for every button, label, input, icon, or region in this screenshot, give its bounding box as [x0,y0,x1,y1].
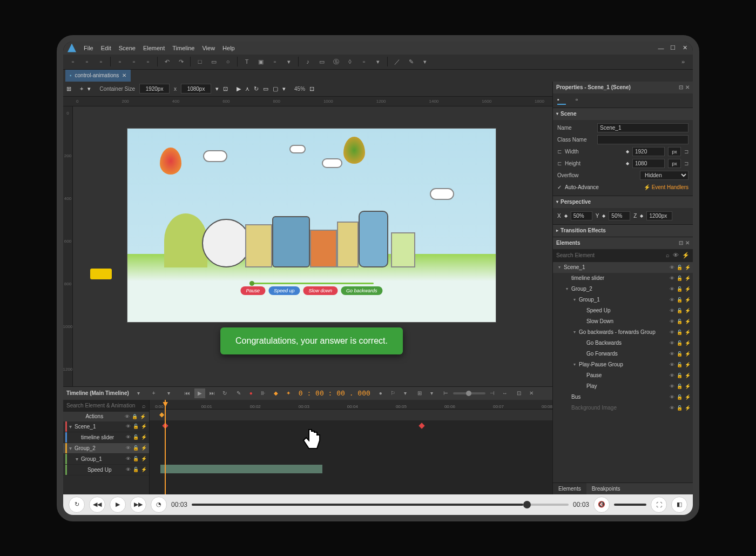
rewind-icon[interactable]: ◀◀ [89,497,105,513]
loop-icon[interactable]: ↻ [219,388,230,398]
line-icon[interactable]: ／ [390,56,403,68]
new-icon[interactable]: ▫ [66,56,79,68]
lock-icon[interactable]: 🔓 [677,276,683,281]
lightning-icon[interactable]: ⚡ [685,308,691,313]
event-handlers-button[interactable]: ⚡ Event Handlers [644,184,688,190]
chevron-down-icon[interactable]: ▾ [133,388,144,398]
eye-icon[interactable]: 👁 [126,445,131,451]
rect-icon[interactable]: □ [193,56,206,68]
search-icon[interactable]: ⌕ [142,403,146,409]
element-row[interactable]: ▾Play-Pause Group👁🔓⚡ [553,359,693,370]
element-row[interactable]: ▾Scene_1👁🔓⚡ [553,262,693,273]
menu-scene[interactable]: Scene [119,45,136,51]
menu-file[interactable]: File [84,45,93,51]
lock-icon[interactable]: 🔓 [677,394,683,400]
overflow-select[interactable]: Hidden [640,171,688,180]
lock-icon[interactable]: 🔓 [133,467,139,472]
lock-icon[interactable]: 🔓 [133,424,139,429]
lightning-icon[interactable]: ⚡ [685,362,691,367]
lock-icon[interactable]: 🔓 [677,340,683,346]
eye-icon[interactable]: 👁 [670,340,674,346]
expand-icon[interactable]: ⊡ [679,84,683,90]
lock-icon[interactable]: 🔓 [677,286,683,292]
expand-icon[interactable]: ⊡ [679,240,683,246]
lightning-icon[interactable]: ⚡ [685,384,691,389]
ellipse-icon[interactable]: ○ [221,56,234,68]
element-row[interactable]: Go Forwards👁🔓⚡ [553,349,693,359]
lightning-icon[interactable]: ⚡ [141,445,147,451]
eye-icon[interactable]: 👁 [126,467,131,472]
lock-icon[interactable]: 🔒 [132,414,138,419]
rotate-icon[interactable]: ↻ [254,85,259,92]
timeline-slider-element[interactable] [249,283,374,284]
lightning-icon[interactable]: ⚡ [685,394,691,400]
edit-icon[interactable]: ✎ [233,388,244,398]
perspective-section-header[interactable]: ▾Perspective [553,196,693,208]
snap-icon[interactable]: ⊢ [441,388,451,398]
keyframe-diamond-icon[interactable]: ◆ [626,149,629,154]
element-row[interactable]: ▾Go backwards - forwards Group👁🔓⚡ [553,327,693,338]
seek-slider[interactable] [192,504,569,506]
go-end-icon[interactable]: ⏭ [207,388,218,398]
shape-icon[interactable]: ◊ [343,56,356,68]
fit-icon[interactable]: ⊡ [223,85,228,92]
animation-bar[interactable] [160,465,322,473]
lightning-icon[interactable]: ⚡ [685,330,691,335]
eye-icon[interactable]: 👁 [670,405,674,411]
lightning-icon[interactable]: ⚡ [141,456,147,461]
tab-elements[interactable]: Elements [553,483,586,494]
lock-icon[interactable]: 🔓 [677,297,683,303]
eye-icon[interactable]: 👁 [670,297,674,303]
add-icon[interactable]: + [80,85,83,92]
save-icon[interactable]: ▫ [94,56,107,68]
lightning-icon[interactable]: ⚡ [685,340,691,346]
gobackwards-button[interactable]: Go backwards [341,286,383,295]
eye-icon[interactable]: 👁 [670,373,674,378]
general-tab-icon[interactable]: ▪ [557,96,566,105]
toc-icon[interactable]: ◧ [671,497,687,513]
container-height-input[interactable] [181,84,211,93]
scene-section-header[interactable]: ▾Scene [553,108,693,120]
lightning-icon[interactable]: ⚡ [141,467,147,472]
timeline-row[interactable]: ▾Scene_1👁🔓⚡ [63,421,149,432]
close-icon[interactable]: ✕ [685,240,690,246]
lightning-icon[interactable]: ⚡ [685,373,691,378]
lightning-icon[interactable]: ⚡ [685,286,691,292]
eye-icon[interactable]: 👁 [126,424,131,429]
eye-icon[interactable]: 👁 [670,276,674,281]
play-icon[interactable]: ▶ [194,388,205,398]
perspective-y-input[interactable] [609,211,630,220]
lightning-icon[interactable]: ⚡ [682,252,690,259]
mute-icon[interactable]: 🔇 [593,497,610,513]
audio-icon[interactable]: ♪ [301,56,314,68]
widget-icon[interactable]: ▫ [357,56,370,68]
eye-icon[interactable]: 👁 [125,414,130,419]
timeline-row[interactable]: timeline slider👁🔓⚡ [63,432,149,443]
element-row[interactable]: Background Image👁🔓⚡ [553,403,693,413]
lock-icon[interactable]: 🔓 [677,319,683,324]
lightning-icon[interactable]: ⚡ [685,405,691,411]
eye-icon[interactable]: 👁 [670,394,674,400]
tab-control-animations[interactable]: ▪ control-animations ✕ [65,70,131,82]
chevron-down-icon[interactable]: ▾ [400,388,411,398]
unit-label[interactable]: px [668,147,681,156]
chevron-down-icon[interactable]: ▾ [427,388,437,398]
flag-icon[interactable]: ⚐ [388,388,399,398]
more-icon[interactable]: » [677,56,690,68]
dropdown-icon[interactable]: ▾ [215,85,219,92]
chevron-down-icon[interactable]: ▾ [164,388,174,398]
bus-element[interactable] [90,269,112,279]
search-icon[interactable]: ⌕ [666,252,670,259]
chevron-down-icon[interactable]: ▾ [418,56,431,68]
eye-icon[interactable]: 👁 [670,330,674,335]
lock-icon[interactable]: 🔓 [677,308,683,313]
redo-icon[interactable]: ↷ [174,56,187,68]
preview-icon[interactable]: ▫ [127,56,140,68]
menu-element[interactable]: Element [143,45,165,51]
container-width-input[interactable] [139,84,170,93]
perspective-z-input[interactable] [646,211,672,220]
transition-section-header[interactable]: ▸Transition Effects [553,225,693,237]
volume-slider[interactable] [614,504,646,506]
width-input[interactable] [632,147,665,156]
menu-help[interactable]: Help [222,45,235,51]
